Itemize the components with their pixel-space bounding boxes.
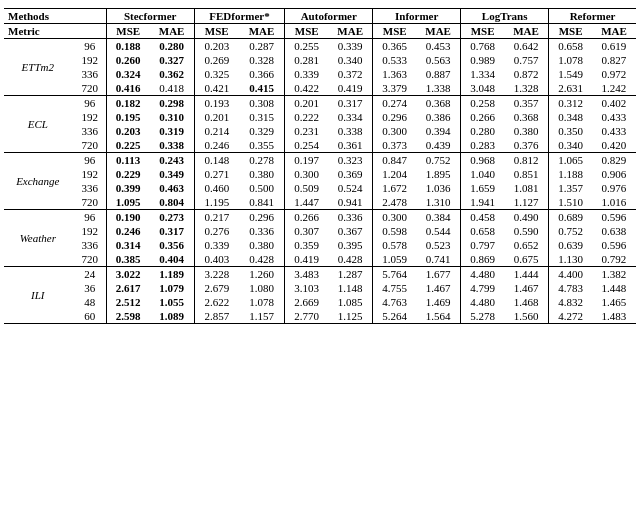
metric-value: 0.578 xyxy=(373,238,416,252)
metric-value: 1.089 xyxy=(150,309,195,324)
metric-value: 0.563 xyxy=(416,53,461,67)
horizon-value: 96 xyxy=(74,210,107,225)
metric-value: 0.296 xyxy=(373,110,416,124)
metric-value: 1.328 xyxy=(504,81,549,96)
metric-value: 0.652 xyxy=(504,238,549,252)
metric-value: 0.404 xyxy=(150,252,195,267)
horizon-value: 96 xyxy=(74,96,107,111)
metric-value: 0.361 xyxy=(328,138,373,153)
metric-value: 0.300 xyxy=(373,210,416,225)
metric-value: 0.372 xyxy=(328,67,373,81)
metric-value: 0.225 xyxy=(106,138,149,153)
metric-value: 0.369 xyxy=(328,167,373,181)
metric-value: 1.363 xyxy=(373,67,416,81)
table-row: 482.5121.0552.6221.0782.6691.0854.7631.4… xyxy=(4,295,636,309)
metric-value: 0.281 xyxy=(285,53,328,67)
metric-value: 1.483 xyxy=(592,309,636,324)
metric-value: 4.783 xyxy=(549,281,592,295)
metric-value: 1.040 xyxy=(461,167,504,181)
metric-value: 0.490 xyxy=(504,210,549,225)
metric-value: 0.359 xyxy=(285,238,328,252)
metric-value: 0.266 xyxy=(285,210,328,225)
metric-label: Metric xyxy=(4,24,74,39)
table-row: 1920.2460.3170.2760.3360.3070.3670.5980.… xyxy=(4,224,636,238)
table-row: ILI243.0221.1893.2281.2603.4831.2875.764… xyxy=(4,267,636,282)
metric-value: 1.659 xyxy=(461,181,504,195)
metric-value: 0.523 xyxy=(416,238,461,252)
metric-value: 1.465 xyxy=(592,295,636,309)
horizon-value: 192 xyxy=(74,110,107,124)
auto-mse-label: MSE xyxy=(285,24,328,39)
metric-value: 0.317 xyxy=(328,96,373,111)
table-row: 3360.3140.3560.3390.3800.3590.3950.5780.… xyxy=(4,238,636,252)
table-row: 7200.3850.4040.4030.4280.4190.4281.0590.… xyxy=(4,252,636,267)
metric-value: 0.906 xyxy=(592,167,636,181)
metric-value: 1.564 xyxy=(416,309,461,324)
metric-value: 0.319 xyxy=(150,124,195,138)
metric-value: 0.804 xyxy=(150,195,195,210)
metric-value: 1.157 xyxy=(239,309,285,324)
metric-value: 0.203 xyxy=(106,124,149,138)
metric-value: 2.622 xyxy=(194,295,239,309)
metric-value: 0.300 xyxy=(285,167,328,181)
metric-value: 2.478 xyxy=(373,195,416,210)
table-row: 1920.1950.3100.2010.3150.2220.3340.2960.… xyxy=(4,110,636,124)
metric-value: 0.325 xyxy=(194,67,239,81)
fed-mae-label: MAE xyxy=(239,24,285,39)
metric-value: 0.308 xyxy=(239,96,285,111)
section-label: Weather xyxy=(4,210,74,267)
metric-value: 0.658 xyxy=(461,224,504,238)
metric-value: 1.036 xyxy=(416,181,461,195)
metric-value: 1.081 xyxy=(504,181,549,195)
metric-value: 1.469 xyxy=(416,295,461,309)
metric-value: 1.065 xyxy=(549,153,592,168)
metric-value: 0.403 xyxy=(194,252,239,267)
metric-value: 1.467 xyxy=(416,281,461,295)
metric-value: 0.418 xyxy=(150,81,195,96)
metric-value: 0.188 xyxy=(106,39,149,54)
horizon-value: 48 xyxy=(74,295,107,309)
metric-value: 0.327 xyxy=(150,53,195,67)
metric-value: 4.480 xyxy=(461,295,504,309)
metric-value: 0.310 xyxy=(150,110,195,124)
table-row: 7201.0950.8041.1950.8411.4470.9412.4781.… xyxy=(4,195,636,210)
log-mae-label: MAE xyxy=(504,24,549,39)
metric-value: 1.189 xyxy=(150,267,195,282)
metric-value: 0.367 xyxy=(328,224,373,238)
metric-value: 0.419 xyxy=(328,81,373,96)
metric-value: 0.509 xyxy=(285,181,328,195)
metric-value: 0.113 xyxy=(106,153,149,168)
table-row: 7200.2250.3380.2460.3550.2540.3610.3730.… xyxy=(4,138,636,153)
horizon-value: 336 xyxy=(74,238,107,252)
horizon-value: 96 xyxy=(74,153,107,168)
metric-value: 0.280 xyxy=(150,39,195,54)
metric-value: 2.770 xyxy=(285,309,328,324)
metric-value: 0.402 xyxy=(592,96,636,111)
metric-value: 0.380 xyxy=(504,124,549,138)
metric-value: 0.851 xyxy=(504,167,549,181)
metric-value: 0.544 xyxy=(416,224,461,238)
stec-mae-label: MAE xyxy=(150,24,195,39)
metric-value: 0.428 xyxy=(328,252,373,267)
metric-value: 0.182 xyxy=(106,96,149,111)
metric-value: 1.085 xyxy=(328,295,373,309)
metric-value: 1.188 xyxy=(549,167,592,181)
metric-value: 0.941 xyxy=(328,195,373,210)
metric-value: 0.201 xyxy=(285,96,328,111)
metric-value: 0.338 xyxy=(328,124,373,138)
fedformer-header: FEDformer* xyxy=(194,9,285,24)
metric-value: 0.463 xyxy=(150,181,195,195)
metric-value: 0.797 xyxy=(461,238,504,252)
metric-value: 1.260 xyxy=(239,267,285,282)
stecformer-header: Stecformer xyxy=(106,9,194,24)
metric-value: 3.048 xyxy=(461,81,504,96)
metric-value: 0.757 xyxy=(504,53,549,67)
metric-value: 0.300 xyxy=(373,124,416,138)
metric-value: 0.338 xyxy=(150,138,195,153)
metric-value: 0.339 xyxy=(328,39,373,54)
metric-value: 0.419 xyxy=(285,252,328,267)
metric-value: 1.448 xyxy=(592,281,636,295)
metric-value: 0.350 xyxy=(549,124,592,138)
section-label: ECL xyxy=(4,96,74,153)
metric-value: 3.483 xyxy=(285,267,328,282)
